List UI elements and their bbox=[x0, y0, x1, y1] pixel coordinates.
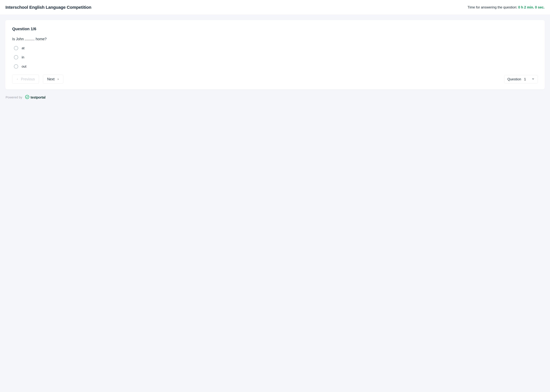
question-card: Question 1/6 Is John .......... home? at… bbox=[5, 20, 545, 89]
selector-label: Question bbox=[508, 77, 521, 81]
radio-icon bbox=[14, 64, 18, 69]
chevron-down-icon bbox=[532, 77, 535, 81]
nav-left: Previous Next bbox=[12, 75, 63, 84]
option-out[interactable]: out bbox=[14, 64, 538, 69]
brand-name: testportal bbox=[30, 95, 45, 99]
options-list: at in out bbox=[14, 46, 538, 69]
powered-by-label: Powered by bbox=[6, 96, 22, 99]
question-text: Is John .......... home? bbox=[12, 37, 538, 41]
timer-label: Time for answering the question: bbox=[467, 5, 518, 9]
question-heading: Question 1/6 bbox=[12, 27, 538, 31]
timer-value: 0 h 2 min. 0 sec. bbox=[518, 5, 544, 9]
previous-button[interactable]: Previous bbox=[12, 75, 39, 84]
option-at[interactable]: at bbox=[14, 46, 538, 50]
question-selector[interactable]: Question 1 bbox=[504, 75, 538, 83]
option-in[interactable]: in bbox=[14, 55, 538, 59]
chevron-right-icon bbox=[57, 78, 59, 81]
page-body: Question 1/6 Is John .......... home? at… bbox=[0, 15, 550, 109]
footer: Powered by testportal bbox=[5, 91, 545, 103]
previous-label: Previous bbox=[21, 77, 35, 81]
page-title: Interschool English Language Competition bbox=[6, 5, 91, 10]
option-label: out bbox=[22, 64, 26, 69]
chevron-left-icon bbox=[16, 78, 18, 81]
nav-row: Previous Next Question 1 bbox=[12, 75, 538, 84]
header-bar: Interschool English Language Competition… bbox=[0, 0, 550, 15]
selector-value: 1 bbox=[524, 77, 526, 81]
option-label: at bbox=[22, 46, 24, 50]
brand-check-icon bbox=[25, 95, 29, 100]
timer: Time for answering the question: 0 h 2 m… bbox=[467, 5, 544, 9]
next-button[interactable]: Next bbox=[43, 75, 63, 84]
radio-icon bbox=[14, 55, 18, 59]
option-label: in bbox=[22, 55, 24, 59]
next-label: Next bbox=[47, 77, 55, 81]
brand: testportal bbox=[25, 95, 45, 100]
radio-icon bbox=[14, 46, 18, 50]
